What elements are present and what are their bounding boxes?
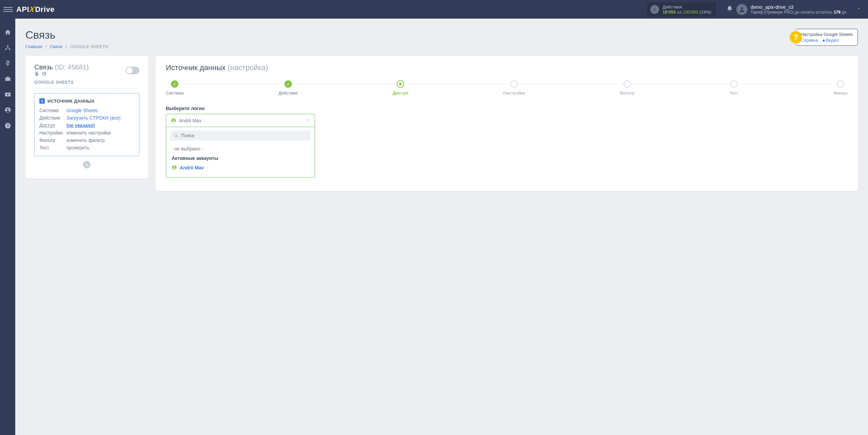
- step-test[interactable]: Тест: [729, 80, 738, 96]
- bell-icon: [726, 5, 733, 12]
- svg-point-0: [741, 7, 743, 9]
- video-link-wrap[interactable]: ■Видео: [823, 38, 842, 43]
- option-group-label: Активные аккаунты: [170, 153, 311, 163]
- row-system-label: Система: [39, 108, 66, 113]
- nav-briefcase-icon[interactable]: [4, 76, 11, 82]
- nav-help-icon[interactable]: ?: [4, 122, 11, 129]
- row-access-label: Доступ: [39, 123, 66, 128]
- source-heading: ИСТОЧНИК ДАННЫХ: [47, 99, 95, 104]
- connection-title: Связь (ID: 45681): [34, 63, 89, 78]
- login-select-head[interactable]: Andrii Mav: [166, 114, 315, 127]
- person-icon: [172, 165, 177, 170]
- source-box: 1 ИСТОЧНИК ДАННЫХ Система Google Sheets …: [34, 93, 139, 156]
- nav-youtube-icon[interactable]: [4, 91, 11, 98]
- row-test-value[interactable]: проверить: [66, 145, 134, 150]
- breadcrumb: Главная / Связи / GOOGLE SHEETS: [25, 44, 108, 49]
- source-badge: 1: [39, 98, 45, 104]
- step-system[interactable]: ✓Система: [166, 80, 183, 96]
- login-selected-value: Andrii Mav: [179, 118, 201, 123]
- row-settings-value[interactable]: изменить настройки: [66, 130, 134, 136]
- stepper: ✓Система ✓Действие Доступ Настройки Филь…: [166, 80, 848, 96]
- nav-billing-icon[interactable]: [4, 60, 11, 67]
- step-finish[interactable]: Финиш: [833, 80, 848, 96]
- option-none[interactable]: - не выбрано -: [170, 144, 311, 153]
- connection-toggle[interactable]: [126, 67, 139, 74]
- login-search-input[interactable]: [181, 133, 307, 138]
- video-icon: ■: [823, 38, 825, 42]
- step-access[interactable]: Доступ: [393, 80, 408, 96]
- help-video-link[interactable]: Видео: [826, 38, 839, 43]
- logo[interactable]: API X Drive: [16, 5, 55, 14]
- top-bar: API X Drive i Действия: 18'055 из 100'00…: [0, 0, 868, 19]
- help-title: Настройка Google Sheets: [801, 32, 853, 37]
- svg-text:?: ?: [6, 123, 9, 128]
- search-icon: [174, 133, 178, 138]
- document-icon[interactable]: [34, 71, 39, 77]
- page-title: Связь: [25, 29, 108, 41]
- notifications-button[interactable]: [723, 5, 736, 13]
- logo-text-pre: API: [16, 5, 29, 14]
- row-access-value[interactable]: (не указано): [66, 123, 134, 128]
- actions-label: Действия:: [663, 4, 711, 9]
- row-settings-label: Настройки: [39, 130, 66, 136]
- login-search[interactable]: [170, 130, 311, 141]
- connection-panel: Связь (ID: 45681) GOOGLE SHEETS: [25, 56, 148, 179]
- row-filter-label: Фильтр: [39, 138, 66, 143]
- nav-profile-icon[interactable]: [4, 107, 11, 113]
- help-icon[interactable]: ?: [790, 31, 802, 43]
- help-box: ? Настройка Google Sheets Справка ■Видео: [795, 29, 858, 46]
- row-filter-value[interactable]: изменить фильтр: [66, 138, 134, 143]
- menu-toggle-button[interactable]: [3, 5, 13, 14]
- actions-numbers: 18'055 из 100'000 (18%): [663, 9, 711, 15]
- tariff-info: Тариф |Премиум PRO| до оплаты осталось 1…: [751, 10, 846, 15]
- login-dropdown: - не выбрано - Активные аккаунты Andrii …: [166, 127, 315, 178]
- svg-point-10: [173, 119, 174, 121]
- breadcrumb-home[interactable]: Главная: [25, 44, 42, 49]
- option-account-1[interactable]: Andrii Mav: [170, 163, 311, 172]
- step-settings[interactable]: Настройки: [503, 80, 525, 96]
- login-select[interactable]: Andrii Mav - не выбрано - Активные аккау…: [166, 114, 315, 178]
- nav-connections-icon[interactable]: [4, 44, 11, 51]
- connection-subtitle: GOOGLE SHEETS: [34, 80, 139, 88]
- main-content: Связь Главная / Связи / GOOGLE SHEETS ? …: [15, 19, 868, 201]
- chevron-up-icon: [305, 118, 310, 123]
- svg-point-12: [174, 166, 175, 168]
- step-filter[interactable]: Фильтр: [620, 80, 635, 96]
- username: demo_apix-drive_s3: [751, 4, 846, 10]
- svg-point-1: [7, 45, 8, 46]
- config-panel: Источник данных (настройка) ✓Система ✓Де…: [156, 56, 858, 191]
- breadcrumb-current: GOOGLE SHEETS: [70, 44, 108, 49]
- chevron-down-icon: [856, 6, 861, 12]
- nav-home-icon[interactable]: [4, 29, 11, 36]
- step-action[interactable]: ✓Действие: [278, 80, 298, 96]
- row-system-value[interactable]: Google Sheets: [66, 108, 134, 113]
- row-action-label: Действие: [39, 115, 66, 121]
- row-test-label: Тест: [39, 145, 66, 150]
- help-reference-link[interactable]: Справка: [801, 38, 818, 43]
- add-destination-button[interactable]: +: [83, 161, 91, 168]
- logo-text-post: Drive: [35, 5, 55, 14]
- person-icon: [171, 118, 176, 123]
- user-menu[interactable]: demo_apix-drive_s3 Тариф |Премиум PRO| д…: [736, 4, 861, 15]
- svg-point-6: [7, 108, 8, 110]
- breadcrumb-links[interactable]: Связи: [50, 44, 62, 49]
- row-action-value[interactable]: Загрузить СТРОКИ (все): [66, 115, 134, 121]
- logo-text-x: X: [29, 5, 35, 14]
- side-nav: ?: [0, 19, 15, 201]
- gear-icon[interactable]: [41, 71, 46, 78]
- panel-title: Источник данных (настройка): [166, 63, 848, 72]
- info-icon: i: [650, 5, 659, 14]
- avatar-icon: [736, 4, 747, 15]
- login-field-label: Выберите логин: [166, 106, 848, 111]
- actions-counter[interactable]: i Действия: 18'055 из 100'000 (18%): [647, 2, 716, 17]
